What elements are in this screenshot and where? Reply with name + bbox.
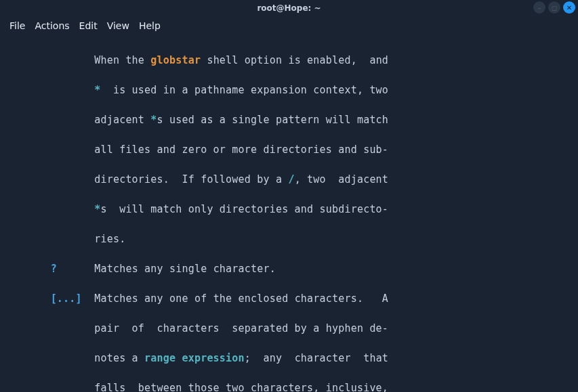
t: notes a <box>7 352 144 364</box>
minimize-icon[interactable]: – <box>533 1 545 14</box>
t: is used in a pathname expansion context,… <box>100 84 388 96</box>
t: shell option is enabled, and <box>201 54 388 66</box>
kw-globstar: globstar <box>150 54 201 66</box>
menu-actions[interactable]: Actions <box>35 20 69 31</box>
window-title: root@Hope: ~ <box>257 3 321 13</box>
t: directories. If followed by a <box>7 173 288 186</box>
man-line: pair of characters separated by a hyphen… <box>7 321 571 336</box>
t <box>7 263 51 275</box>
t: adjacent <box>7 114 150 126</box>
menubar: File Actions Edit View Help <box>0 16 578 35</box>
t: ; any character that <box>245 352 388 364</box>
man-line: ries. <box>7 232 571 246</box>
man-line: falls between those two characters, incl… <box>7 380 571 392</box>
t <box>7 203 94 215</box>
t: s will match only directories and subdir… <box>100 203 388 215</box>
kw-slash: / <box>288 173 294 186</box>
t: , two adjacent <box>295 173 388 186</box>
man-line: *s will match only directories and subdi… <box>7 202 571 217</box>
terminal-viewport[interactable]: When the globstar shell option is enable… <box>0 35 578 392</box>
kw-bracket: [...] <box>51 292 82 305</box>
t: pair of characters separated by a hyphen… <box>7 322 388 334</box>
man-line: * is used in a pathname expansion contex… <box>7 83 571 97</box>
titlebar: root@Hope: ~ – ◻ ✕ <box>0 0 578 16</box>
man-line: notes a range expression; any character … <box>7 351 571 366</box>
t: all files and zero or more directories a… <box>7 144 388 156</box>
menu-file[interactable]: File <box>9 20 25 31</box>
kw-range-expression: range expression <box>144 352 245 364</box>
t: falls between those two characters, incl… <box>7 382 388 392</box>
t: ries. <box>7 233 125 245</box>
menu-view[interactable]: View <box>107 20 129 31</box>
menu-help[interactable]: Help <box>139 20 161 31</box>
t: When the <box>7 54 150 66</box>
man-line: directories. If followed by a /, two adj… <box>7 172 571 187</box>
man-line: adjacent *s used as a single pattern wil… <box>7 112 571 127</box>
menu-edit[interactable]: Edit <box>79 20 98 31</box>
t <box>7 84 94 96</box>
maximize-icon[interactable]: ◻ <box>548 1 560 14</box>
man-line: When the globstar shell option is enable… <box>7 53 571 68</box>
kw-star: * <box>150 114 157 126</box>
t: Matches any one of the enclosed characte… <box>82 292 388 305</box>
t: s used as a single pattern will match <box>157 114 389 126</box>
kw-question: ? <box>51 263 57 275</box>
window-controls: – ◻ ✕ <box>533 1 575 14</box>
man-line: [...] Matches any one of the enclosed ch… <box>7 291 571 306</box>
t <box>7 292 51 305</box>
man-line: all files and zero or more directories a… <box>7 142 571 157</box>
man-line: ? Matches any single character. <box>7 261 571 276</box>
t: Matches any single character. <box>57 263 276 275</box>
close-icon[interactable]: ✕ <box>563 1 575 14</box>
